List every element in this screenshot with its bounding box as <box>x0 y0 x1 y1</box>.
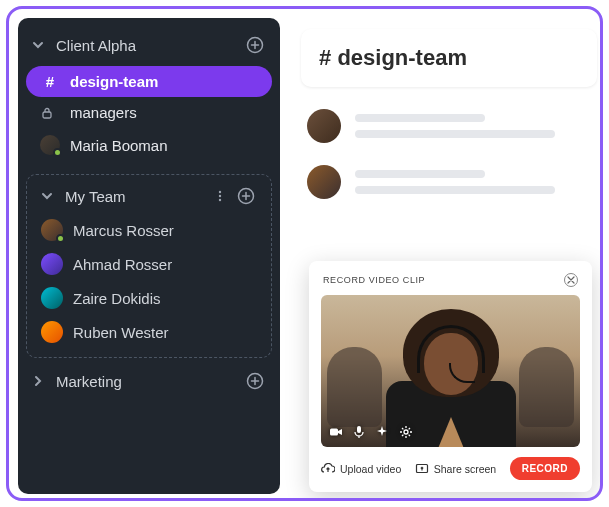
recorder-footer: Upload video Share screen RECORD <box>321 457 580 480</box>
placeholder-lines <box>355 170 597 194</box>
recorder-header: RECORD VIDEO CLIP <box>321 271 580 295</box>
presence-dot <box>56 234 65 243</box>
section-header-my-team[interactable]: My Team <box>27 179 271 213</box>
video-controls <box>329 425 413 439</box>
placeholder-line <box>355 114 485 122</box>
avatar <box>40 135 60 155</box>
recorder-title: RECORD VIDEO CLIP <box>323 275 425 285</box>
gear-icon[interactable] <box>399 425 413 439</box>
svg-point-4 <box>219 199 221 201</box>
share-screen-button[interactable]: Share screen <box>415 463 496 475</box>
member-label: Zaire Dokidis <box>73 290 161 307</box>
message-placeholder <box>301 109 597 143</box>
channel-label: managers <box>70 104 258 121</box>
placeholder-line <box>355 170 485 178</box>
member-label: Ahmad Rosser <box>73 256 172 273</box>
section-title: Client Alpha <box>56 37 246 54</box>
avatar <box>307 109 341 143</box>
member-label: Marcus Rosser <box>73 222 174 239</box>
lock-icon <box>40 106 60 120</box>
member-label: Ruben Wester <box>73 324 169 341</box>
channel-list: # design-team managers Maria Booman <box>18 62 280 172</box>
camera-icon[interactable] <box>329 425 343 439</box>
video-recorder-panel: RECORD VIDEO CLIP <box>309 261 592 492</box>
member-item[interactable]: Marcus Rosser <box>27 213 271 247</box>
upload-icon <box>321 463 335 475</box>
more-icon[interactable] <box>213 189 233 203</box>
hash-icon: # <box>40 73 60 90</box>
dm-maria-booman[interactable]: Maria Booman <box>26 128 272 162</box>
dm-label: Maria Booman <box>70 137 258 154</box>
upload-video-button[interactable]: Upload video <box>321 463 401 475</box>
add-icon[interactable] <box>246 36 266 54</box>
share-label: Share screen <box>434 463 496 475</box>
avatar <box>41 287 63 309</box>
record-button[interactable]: RECORD <box>510 457 580 480</box>
placeholder-line <box>355 130 555 138</box>
channel-label: design-team <box>70 73 258 90</box>
channel-title-card: # design-team <box>301 29 597 87</box>
svg-rect-7 <box>330 429 338 436</box>
channel-managers[interactable]: managers <box>26 97 272 128</box>
upload-label: Upload video <box>340 463 401 475</box>
video-preview <box>321 295 580 447</box>
section-header-marketing[interactable]: Marketing <box>18 364 280 398</box>
section-title: My Team <box>65 188 213 205</box>
add-icon[interactable] <box>246 372 266 390</box>
svg-point-2 <box>219 191 221 193</box>
channel-design-team[interactable]: # design-team <box>26 66 272 97</box>
member-item[interactable]: Ahmad Rosser <box>27 247 271 281</box>
avatar <box>41 253 63 275</box>
avatar <box>41 321 63 343</box>
chevron-down-icon <box>41 190 57 202</box>
channel-name: design-team <box>337 45 467 70</box>
screen-icon <box>415 463 429 475</box>
message-placeholder <box>301 165 597 199</box>
app-frame: Client Alpha # design-team managers Mari… <box>6 6 603 501</box>
section-my-team: My Team Marcus Rosser Ahmad Rosser Zaire… <box>26 174 272 358</box>
member-item[interactable]: Ruben Wester <box>27 315 271 349</box>
main-panel: # design-team <box>301 29 597 199</box>
sidebar: Client Alpha # design-team managers Mari… <box>18 18 280 494</box>
sparkle-icon[interactable] <box>375 425 389 439</box>
member-item[interactable]: Zaire Dokidis <box>27 281 271 315</box>
presence-dot <box>53 148 62 157</box>
section-title: Marketing <box>56 373 246 390</box>
placeholder-lines <box>355 114 597 138</box>
hash-icon: # <box>319 45 331 70</box>
avatar <box>307 165 341 199</box>
section-header-client-alpha[interactable]: Client Alpha <box>18 28 280 62</box>
chevron-down-icon <box>32 39 48 51</box>
mic-icon[interactable] <box>353 425 365 439</box>
svg-point-3 <box>219 195 221 197</box>
placeholder-line <box>355 186 555 194</box>
svg-rect-1 <box>43 112 51 118</box>
close-icon[interactable] <box>564 273 578 287</box>
svg-point-9 <box>404 430 408 434</box>
avatar <box>41 219 63 241</box>
svg-rect-8 <box>357 426 361 433</box>
record-label: RECORD <box>522 463 568 474</box>
add-icon[interactable] <box>237 187 257 205</box>
chevron-right-icon <box>32 375 48 387</box>
